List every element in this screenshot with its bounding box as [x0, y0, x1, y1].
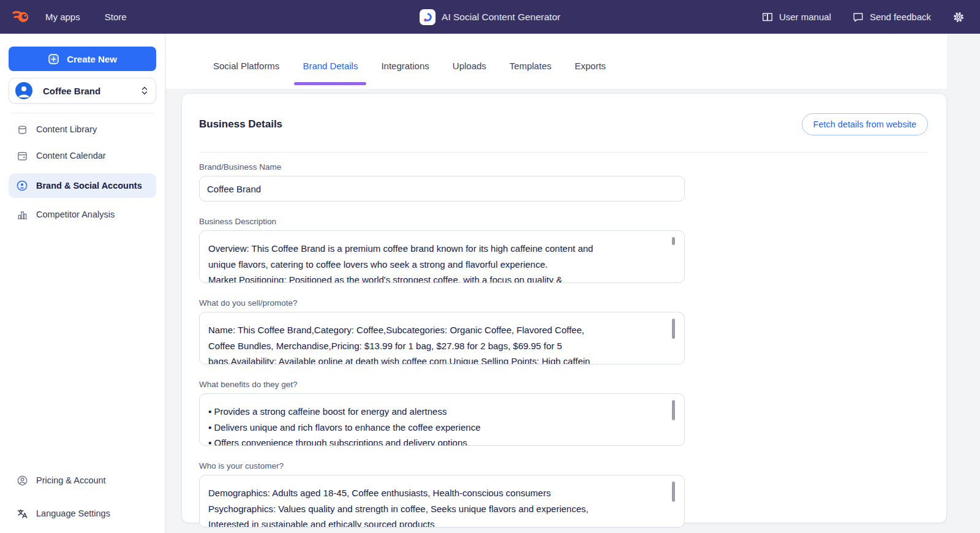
- sidebar-item-label: Content Calendar: [36, 151, 106, 161]
- field-label: Business Description: [199, 217, 685, 226]
- tabs: Social Platforms Brand Details Integrati…: [205, 61, 614, 86]
- sidebar-item-label: Content Library: [36, 124, 97, 134]
- field-sell-promote: What do you sell/promote? Name: This Cof…: [199, 298, 685, 365]
- tab-social-platforms[interactable]: Social Platforms: [205, 61, 288, 86]
- tab-exports[interactable]: Exports: [566, 61, 614, 86]
- bar-chart-icon: [16, 208, 28, 221]
- textarea-line: Overview: This Coffee Brand is a premium…: [208, 241, 657, 257]
- scrollbar-thumb[interactable]: [672, 237, 675, 245]
- textarea-line: ▪ Provides a strong caffeine boost for e…: [208, 404, 657, 420]
- library-icon: [16, 123, 28, 135]
- tab-templates[interactable]: Templates: [501, 61, 560, 86]
- tab-uploads[interactable]: Uploads: [444, 61, 495, 86]
- scrollbar-thumb[interactable]: [672, 400, 675, 420]
- field-label: Who is your customer?: [199, 461, 685, 471]
- business-details-card: Business Details Fetch details from webs…: [181, 93, 947, 523]
- textarea-line: Market Positioning: Positioned as the wo…: [208, 272, 657, 283]
- semrush-logo-icon[interactable]: [9, 7, 33, 28]
- customer-textarea[interactable]: Demographics: Adults aged 18-45, Coffee …: [199, 475, 685, 527]
- calendar-icon: [16, 149, 28, 162]
- field-benefits: What benefits do they get? ▪ Provides a …: [199, 380, 685, 446]
- scrollbar-thumb[interactable]: [672, 482, 675, 502]
- chat-icon: [852, 11, 864, 23]
- app-header: AI Social Content Generator: [420, 9, 560, 25]
- field-brand-name: Brand/Business Name: [199, 162, 685, 202]
- field-business-description: Business Description Overview: This Coff…: [199, 217, 685, 283]
- app-logo-icon: [420, 9, 435, 25]
- page-title: Business Details: [199, 118, 282, 130]
- person-icon: [15, 82, 32, 99]
- user-manual-label: User manual: [779, 12, 831, 22]
- sidebar-item-pricing-account[interactable]: Pricing & Account: [9, 472, 156, 489]
- sidebar-item-content-library[interactable]: Content Library: [9, 121, 156, 138]
- textarea-line: Coffee Bundles, Merchandise,Pricing: $13…: [208, 338, 657, 354]
- book-icon: [761, 11, 774, 23]
- brand-avatar: [15, 82, 32, 99]
- textarea-line: Interested in sustainable and ethically …: [208, 516, 657, 527]
- textarea-line: bags,Availability: Available online at d…: [208, 353, 657, 365]
- sell-promote-textarea[interactable]: Name: This Coffee Brand,Category: Coffee…: [199, 312, 685, 365]
- create-new-button[interactable]: Create New: [9, 47, 156, 71]
- plus-icon: [48, 53, 59, 65]
- broadcast-icon: [16, 180, 28, 192]
- brand-name-input[interactable]: [199, 176, 685, 202]
- textarea-line: Demographics: Adults aged 18-45, Coffee …: [208, 485, 657, 501]
- sidebar-divider: [10, 113, 154, 113]
- scrollbar-thumb[interactable]: [672, 319, 675, 339]
- main-content: Social Platforms Brand Details Integrati…: [165, 34, 980, 533]
- sidebar-item-content-calendar[interactable]: Content Calendar: [9, 147, 156, 164]
- tab-brand-details[interactable]: Brand Details: [294, 61, 366, 86]
- brand-selector-value: Coffee Brand: [43, 86, 141, 96]
- gear-icon: [952, 10, 965, 24]
- benefits-textarea[interactable]: ▪ Provides a strong caffeine boost for e…: [199, 393, 685, 446]
- topbar-nav: My apps Store: [45, 12, 127, 22]
- field-customer: Who is your customer? Demographics: Adul…: [199, 461, 685, 527]
- field-label: Brand/Business Name: [199, 162, 685, 172]
- sidebar-item-language-settings[interactable]: Language Settings: [9, 505, 156, 522]
- sidebar-item-label: Language Settings: [36, 508, 110, 518]
- sidebar-item-label: Competitor Analysis: [36, 210, 115, 219]
- sidebar-item-brand-social-accounts[interactable]: Brand & Social Accounts: [9, 173, 156, 198]
- field-label: What benefits do they get?: [199, 380, 685, 389]
- create-new-label: Create New: [67, 54, 117, 64]
- send-feedback-link[interactable]: Send feedback: [852, 11, 931, 23]
- chevron-up-down-icon: [141, 85, 148, 96]
- textarea-line: unique flavors, catering to coffee lover…: [208, 257, 657, 273]
- tab-integrations[interactable]: Integrations: [372, 61, 437, 86]
- textarea-line: ▪ Offers convenience through subscriptio…: [208, 435, 657, 446]
- topbar: My apps Store AI Social Content Generato…: [0, 0, 980, 34]
- user-manual-link[interactable]: User manual: [761, 11, 831, 23]
- brand-selector[interactable]: Coffee Brand: [9, 78, 156, 104]
- field-label: What do you sell/promote?: [199, 298, 685, 308]
- business-description-textarea[interactable]: Overview: This Coffee Brand is a premium…: [199, 230, 685, 283]
- sidebar-item-label: Pricing & Account: [36, 475, 106, 485]
- nav-store[interactable]: Store: [105, 12, 127, 22]
- nav-my-apps[interactable]: My apps: [45, 12, 80, 22]
- settings-button[interactable]: [952, 10, 965, 24]
- tab-strip: Social Platforms Brand Details Integrati…: [165, 34, 947, 89]
- send-feedback-label: Send feedback: [870, 12, 931, 22]
- sidebar-item-competitor-analysis[interactable]: Competitor Analysis: [9, 206, 156, 223]
- sidebar-nav: Content Library Content Calendar: [9, 121, 156, 223]
- sidebar-item-label: Brand & Social Accounts: [36, 181, 142, 191]
- app-title: AI Social Content Generator: [442, 12, 560, 23]
- account-icon: [16, 474, 28, 486]
- textarea-line: Psychographics: Values quality and stren…: [208, 501, 657, 517]
- textarea-line: ▪ Delivers unique and rich flavors to en…: [208, 420, 657, 436]
- header-divider: [199, 152, 928, 153]
- textarea-line: Name: This Coffee Brand,Category: Coffee…: [208, 322, 657, 338]
- fetch-details-button[interactable]: Fetch details from website: [802, 113, 928, 135]
- sidebar-footer: Pricing & Account Language Settings: [9, 472, 156, 522]
- sidebar: Create New Coffee Brand: [0, 34, 165, 533]
- translate-icon: [16, 507, 28, 520]
